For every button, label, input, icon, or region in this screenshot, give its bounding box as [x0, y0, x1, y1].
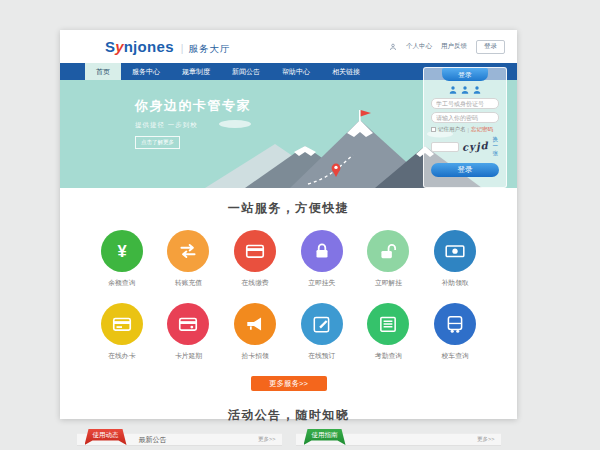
- captcha-row: cyjd 换一张: [431, 136, 499, 157]
- nav-item-news[interactable]: 新闻公告: [221, 63, 271, 80]
- service-label: 在线预订: [288, 351, 355, 361]
- portal-page: Synjones | 服务大厅 个人中心 用户反馈 登录 首页 服务中心 规章制…: [60, 30, 517, 419]
- nav-item-home[interactable]: 首页: [85, 63, 121, 80]
- services-grid: ¥ 余额查询 转账充值 在线缴费: [89, 230, 489, 361]
- service-tile-lost-found[interactable]: 拾卡招领: [222, 303, 289, 361]
- nav-item-service-center[interactable]: 服务中心: [121, 63, 171, 80]
- site-name: 服务大厅: [188, 43, 230, 56]
- hero-banner: 你身边的卡管专家 提供捷径 一步到校 点击了解更多 登录 记住用户名 |: [60, 80, 517, 188]
- username-input[interactable]: [431, 98, 499, 109]
- tab-usage-guide[interactable]: 使用指南: [304, 429, 346, 445]
- services-section: 一站服务，方便快捷 ¥ 余额查询 转账充值: [60, 188, 517, 391]
- login-options: 记住用户名 | 忘记密码: [431, 126, 499, 133]
- card-apply-icon[interactable]: [101, 303, 143, 345]
- guide-more-link[interactable]: 更多>>: [477, 436, 494, 443]
- more-services-button[interactable]: 更多服务>>: [251, 376, 327, 391]
- announcement-panels: 使用动态 最新公告 更多>> 使用指南 更多>>: [77, 433, 501, 446]
- captcha-input[interactable]: [431, 142, 459, 152]
- attendance-icon[interactable]: [367, 303, 409, 345]
- service-label: 校车查询: [422, 351, 489, 361]
- tab-latest-announcements[interactable]: 最新公告: [139, 435, 167, 445]
- card-renew-icon[interactable]: [167, 303, 209, 345]
- personal-center-link[interactable]: 个人中心: [406, 42, 432, 51]
- service-tile-school-bus[interactable]: 校车查询: [422, 303, 489, 361]
- guide-panel: 使用指南 更多>>: [296, 433, 501, 446]
- service-tile-apply-card[interactable]: 在线办卡: [89, 303, 156, 361]
- bank-card-icon[interactable]: [234, 230, 276, 272]
- news-panel: 使用动态 最新公告 更多>>: [77, 433, 282, 446]
- banknote-icon[interactable]: [434, 230, 476, 272]
- hero-subtitle: 提供捷径 一步到校: [135, 121, 251, 130]
- logo-accent-letter: y: [115, 38, 123, 55]
- login-submit-button[interactable]: 登录: [431, 163, 499, 177]
- megaphone-icon[interactable]: [234, 303, 276, 345]
- hero-text: 你身边的卡管专家 提供捷径 一步到校 点击了解更多: [135, 97, 251, 149]
- service-label: 考勤查询: [355, 351, 422, 361]
- unlock-icon[interactable]: [367, 230, 409, 272]
- service-label: 立即挂失: [288, 278, 355, 288]
- service-label: 转账充值: [155, 278, 222, 288]
- header-login-button[interactable]: 登录: [476, 40, 505, 54]
- guide-panel-header: 使用指南 更多>>: [296, 433, 501, 446]
- nav-item-rules[interactable]: 规章制度: [171, 63, 221, 80]
- forgot-password-link[interactable]: 忘记密码: [471, 126, 493, 133]
- service-tile-cancel-loss[interactable]: 立即解挂: [355, 230, 422, 288]
- transfer-icon[interactable]: [167, 230, 209, 272]
- logo-text-rest: njones: [124, 38, 174, 55]
- login-tab[interactable]: 登录: [442, 68, 488, 81]
- svg-text:¥: ¥: [117, 242, 127, 260]
- service-label: 拾卡招领: [222, 351, 289, 361]
- hero-cta-button[interactable]: 点击了解更多: [135, 136, 180, 149]
- service-tile-subsidy[interactable]: 补助领取: [422, 230, 489, 288]
- captcha-refresh-link[interactable]: 换一张: [492, 136, 499, 157]
- service-label: 在线缴费: [222, 278, 289, 288]
- password-input[interactable]: [431, 112, 499, 123]
- user-icon: [389, 43, 397, 51]
- user-feedback-link[interactable]: 用户反馈: [441, 42, 467, 51]
- service-label: 余额查询: [89, 278, 156, 288]
- news-panel-header: 使用动态 最新公告 更多>>: [77, 433, 282, 446]
- bus-icon[interactable]: [434, 303, 476, 345]
- options-separator: |: [468, 127, 469, 133]
- service-label: 卡片延期: [155, 351, 222, 361]
- nav-item-help-center[interactable]: 帮助中心: [271, 63, 321, 80]
- tab-usage-news[interactable]: 使用动态: [85, 429, 127, 445]
- service-tile-booking[interactable]: 在线预订: [288, 303, 355, 361]
- lock-icon[interactable]: [301, 230, 343, 272]
- logo-divider: |: [181, 43, 184, 54]
- service-tile-card-renew[interactable]: 卡片延期: [155, 303, 222, 361]
- hero-title: 你身边的卡管专家: [135, 97, 251, 115]
- remember-label: 记住用户名: [438, 126, 466, 133]
- service-tile-balance[interactable]: ¥ 余额查询: [89, 230, 156, 288]
- service-label: 立即解挂: [355, 278, 422, 288]
- services-heading: 一站服务，方便快捷: [60, 200, 517, 217]
- news-more-link[interactable]: 更多>>: [258, 436, 275, 443]
- site-logo[interactable]: Synjones | 服务大厅: [105, 38, 230, 56]
- edit-icon[interactable]: [301, 303, 343, 345]
- service-tile-pay[interactable]: 在线缴费: [222, 230, 289, 288]
- captcha-image[interactable]: cyjd: [462, 140, 489, 153]
- header-links: 个人中心 用户反馈 登录: [389, 40, 505, 54]
- desktop-background: Synjones | 服务大厅 个人中心 用户反馈 登录 首页 服务中心 规章制…: [0, 0, 600, 450]
- remember-checkbox[interactable]: [431, 127, 436, 132]
- yen-icon[interactable]: ¥: [101, 230, 143, 272]
- service-tile-transfer[interactable]: 转账充值: [155, 230, 222, 288]
- nav-item-links[interactable]: 相关链接: [321, 63, 371, 80]
- service-tile-attendance[interactable]: 考勤查询: [355, 303, 422, 361]
- site-header: Synjones | 服务大厅 个人中心 用户反馈 登录: [60, 30, 517, 63]
- service-label: 补助领取: [422, 278, 489, 288]
- announcements-section: 活动公告，随时知晓 使用动态 最新公告 更多>> 使用指南 更多>>: [60, 391, 517, 446]
- users-icon: [424, 85, 506, 95]
- service-label: 在线办卡: [89, 351, 156, 361]
- logo-text: S: [105, 38, 115, 55]
- announcements-heading: 活动公告，随时知晓: [60, 407, 517, 424]
- login-panel: 登录 记住用户名 | 忘记密码 cyjd 换一张: [423, 67, 507, 188]
- service-tile-report-loss[interactable]: 立即挂失: [288, 230, 355, 288]
